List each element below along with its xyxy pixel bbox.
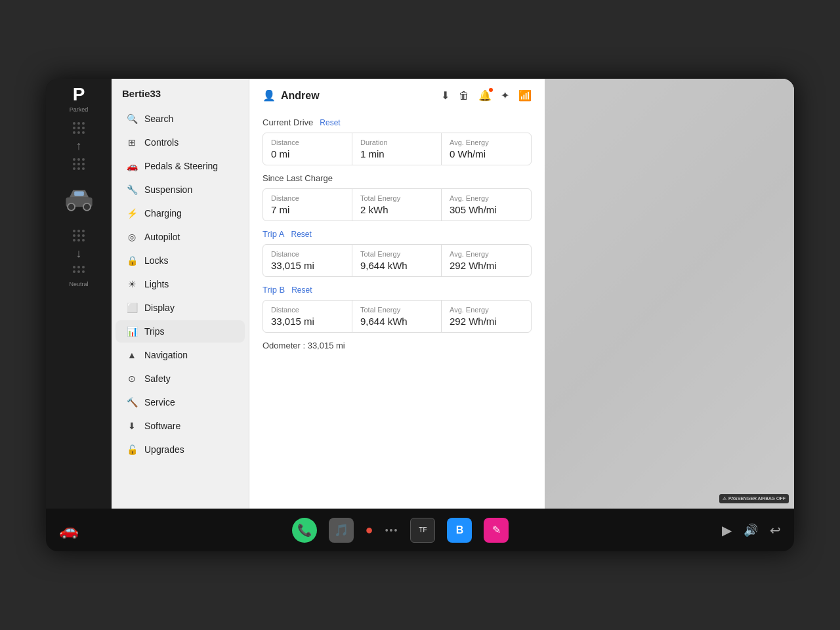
sidebar-label-service: Service bbox=[144, 397, 175, 408]
suspension-icon: 🔧 bbox=[126, 184, 138, 195]
taskbar-camera-icon[interactable]: ● bbox=[366, 522, 373, 537]
sidebar-label-lights: Lights bbox=[144, 279, 169, 289]
display-icon: ⬜ bbox=[126, 303, 138, 313]
stat-label: Distance bbox=[271, 306, 344, 314]
svg-point-1 bbox=[68, 203, 75, 211]
taskbar-play-icon[interactable]: ▶ bbox=[722, 522, 732, 538]
right-panel: ⚠ PASSENGER AIRBAG OFF bbox=[545, 79, 794, 509]
stat-value: 305 Wh/mi bbox=[450, 204, 523, 215]
charging-icon: ⚡ bbox=[126, 208, 138, 219]
taskbar-phone-button[interactable]: 📞 bbox=[292, 518, 317, 543]
airbag-text: PASSENGER AIRBAG OFF bbox=[728, 496, 786, 501]
sidebar-item-pedals[interactable]: 🚗 Pedals & Steering bbox=[116, 155, 245, 177]
stat-cell: Distance 7 mi bbox=[263, 189, 352, 220]
left-status-panel: P Parked ↑ bbox=[46, 79, 112, 509]
arrow-up-icon[interactable]: ↑ bbox=[76, 139, 82, 153]
taskbar-music-button[interactable]: 🎵 bbox=[329, 518, 354, 543]
taskbar-dots-icon[interactable]: ••• bbox=[385, 525, 399, 536]
arrow-down-icon[interactable]: ↓ bbox=[76, 247, 82, 261]
trip-a-label[interactable]: Trip A bbox=[262, 229, 284, 239]
pink-icon: ✎ bbox=[492, 524, 501, 536]
sidebar-item-suspension[interactable]: 🔧 Suspension bbox=[116, 178, 245, 201]
screen-content: P Parked ↑ bbox=[46, 79, 794, 509]
content-area: 👤 Andrew ⬇ 🗑 🔔 ✦ 📶 Current Drive Reset bbox=[249, 79, 545, 509]
sidebar-item-service[interactable]: 🔨 Service bbox=[116, 391, 245, 413]
header-icons: ⬇ 🗑 🔔 ✦ 📶 bbox=[441, 89, 532, 102]
locks-icon: 🔒 bbox=[126, 255, 138, 266]
sidebar-item-navigation[interactable]: ▲ Navigation bbox=[116, 344, 245, 366]
stat-cell: Total Energy 2 kWh bbox=[352, 189, 442, 220]
sidebar-item-locks[interactable]: 🔒 Locks bbox=[116, 249, 245, 272]
sidebar-label-trips: Trips bbox=[144, 326, 165, 337]
taskbar-bluetooth-button[interactable]: B bbox=[447, 518, 472, 543]
trip-b-header: Trip B Reset bbox=[262, 285, 532, 295]
profile-header: 👤 Andrew ⬇ 🗑 🔔 ✦ 📶 bbox=[262, 89, 532, 108]
sidebar-item-trips[interactable]: 📊 Trips bbox=[116, 320, 245, 343]
stat-value: 9,644 kWh bbox=[360, 316, 433, 327]
stat-value: 9,644 kWh bbox=[360, 260, 433, 271]
odometer-value: 33,015 mi bbox=[308, 341, 345, 350]
sidebar-label-controls: Controls bbox=[144, 137, 178, 148]
airbag-icon: ⚠ bbox=[723, 496, 726, 501]
stat-value: 292 Wh/mi bbox=[450, 316, 523, 327]
sidebar-item-lights[interactable]: ☀ Lights bbox=[116, 273, 245, 295]
sidebar-label-software: Software bbox=[144, 421, 180, 431]
pedals-icon: 🚗 bbox=[126, 161, 138, 171]
stat-cell: Total Energy 9,644 kWh bbox=[352, 245, 442, 276]
current-drive-reset[interactable]: Reset bbox=[320, 118, 340, 127]
taskbar-car-icon[interactable]: 🚗 bbox=[59, 521, 79, 539]
stat-cell: Avg. Energy 292 Wh/mi bbox=[442, 245, 531, 276]
stat-value: 2 kWh bbox=[360, 204, 433, 215]
neutral-label: Neutral bbox=[69, 281, 88, 287]
since-last-charge-stats: Distance 7 mi Total Energy 2 kWh Avg. En… bbox=[262, 188, 532, 221]
sidebar-item-display[interactable]: ⬜ Display bbox=[116, 297, 245, 319]
star-icon[interactable]: ✦ bbox=[501, 89, 509, 102]
stat-label: Avg. Energy bbox=[450, 250, 523, 258]
bell-icon[interactable]: 🔔 bbox=[478, 89, 492, 102]
stat-value: 292 Wh/mi bbox=[450, 260, 523, 271]
dots-lower bbox=[73, 266, 85, 273]
navigation-icon: ▲ bbox=[126, 350, 138, 360]
stat-cell: Distance 33,015 mi bbox=[263, 245, 352, 276]
trash-icon[interactable]: 🗑 bbox=[459, 90, 469, 102]
sidebar-label-suspension: Suspension bbox=[144, 184, 192, 195]
taskbar-return-icon[interactable]: ↩ bbox=[770, 522, 781, 538]
stat-value: 0 Wh/mi bbox=[450, 148, 523, 159]
sidebar-item-controls[interactable]: ⊞ Controls bbox=[116, 131, 245, 154]
taskbar-left: 🚗 bbox=[59, 521, 79, 539]
since-last-charge-title: Since Last Charge bbox=[262, 173, 333, 183]
stat-value: 33,015 mi bbox=[271, 316, 344, 327]
stat-label: Avg. Energy bbox=[450, 138, 523, 146]
sidebar-item-software[interactable]: ⬇ Software bbox=[116, 415, 245, 437]
sidebar-item-autopilot[interactable]: ◎ Autopilot bbox=[116, 226, 245, 248]
signal-icon[interactable]: 📶 bbox=[518, 89, 532, 102]
sidebar-item-safety[interactable]: ⊙ Safety bbox=[116, 368, 245, 390]
controls-icon: ⊞ bbox=[126, 137, 138, 148]
download-icon[interactable]: ⬇ bbox=[441, 89, 450, 102]
sidebar-item-search[interactable]: 🔍 Search bbox=[116, 108, 245, 130]
taskbar-volume-icon[interactable]: 🔊 bbox=[744, 523, 758, 537]
trip-b-reset[interactable]: Reset bbox=[291, 285, 312, 295]
profile-name: Andrew bbox=[281, 90, 320, 102]
sidebar-label-safety: Safety bbox=[144, 373, 171, 384]
taskbar-right: ▶ 🔊 ↩ bbox=[722, 522, 781, 538]
sidebar-item-upgrades[interactable]: 🔓 Upgrades bbox=[116, 438, 245, 461]
sidebar-label-locks: Locks bbox=[144, 255, 169, 266]
upgrades-icon: 🔓 bbox=[126, 444, 138, 455]
dots-top bbox=[73, 122, 85, 134]
taskbar-text-button[interactable]: TF bbox=[410, 518, 435, 543]
trip-a-reset[interactable]: Reset bbox=[291, 230, 311, 239]
taskbar: 🚗 📞 🎵 ● ••• TF B ✎ ▶ 🔊 ↩ bbox=[46, 509, 794, 551]
taskbar-pink-button[interactable]: ✎ bbox=[484, 518, 509, 543]
sidebar-label-navigation: Navigation bbox=[144, 350, 188, 360]
trip-b-label[interactable]: Trip B bbox=[262, 285, 285, 295]
sidebar-item-charging[interactable]: ⚡ Charging bbox=[116, 202, 245, 224]
right-panel-overlay: ⚠ PASSENGER AIRBAG OFF bbox=[545, 79, 794, 509]
stat-cell: Avg. Energy 292 Wh/mi bbox=[442, 301, 531, 332]
sidebar-label-autopilot: Autopilot bbox=[144, 232, 180, 242]
stat-label: Duration bbox=[360, 138, 433, 146]
stat-label: Avg. Energy bbox=[450, 306, 523, 314]
current-drive-header: Current Drive Reset bbox=[262, 117, 532, 127]
search-icon: 🔍 bbox=[126, 114, 138, 124]
sidebar-label-upgrades: Upgrades bbox=[144, 444, 184, 455]
